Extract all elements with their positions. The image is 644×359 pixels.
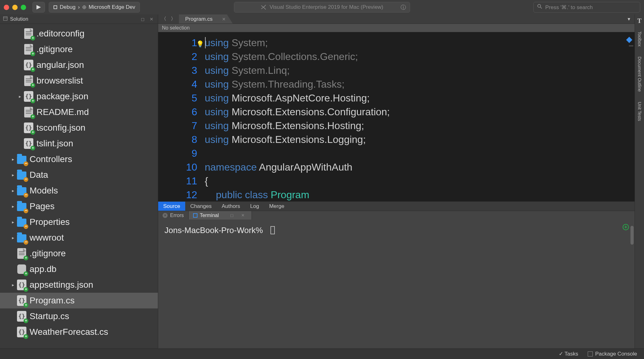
tree-item[interactable]: ▸{}appsettings.json <box>0 277 158 293</box>
config-debug-label: Debug <box>60 4 75 10</box>
terminal-label: Terminal <box>200 213 219 218</box>
sc-tab-source[interactable]: Source <box>158 202 185 211</box>
tree-item-label: browserslist <box>36 76 83 86</box>
config-target-label: Microsoft Edge Dev <box>89 4 135 10</box>
tree-item[interactable]: ▸{}WeatherForecast.cs <box>0 324 158 340</box>
expander-icon[interactable]: ▸ <box>11 157 15 162</box>
tree-item[interactable]: ▸{}angular.json <box>0 57 158 73</box>
vcs-changed-icon <box>24 209 28 213</box>
tree-item[interactable]: ▸Controllers <box>0 151 158 167</box>
sc-tab-authors[interactable]: Authors <box>217 202 245 211</box>
editor-tabstrip: 〈 〉 Program.cs ✕ ▾ <box>158 14 635 24</box>
pad-dock-icon[interactable]: ◻ <box>140 17 146 22</box>
minimize-window-icon[interactable] <box>12 5 18 10</box>
run-configuration-selector[interactable]: Debug › Microsoft Edge Dev <box>49 2 140 13</box>
vcs-added-icon <box>24 271 28 276</box>
tasks-status[interactable]: Tasks <box>559 351 578 357</box>
sc-tab-merge[interactable]: Merge <box>264 202 289 211</box>
tree-item[interactable]: ▸{}tsconfig.json <box>0 120 158 136</box>
tree-item-label: Properties <box>30 217 70 227</box>
solution-pad: Solution ◻ ✕ ▸.editorconfig▸.gitignore▸{… <box>0 14 158 348</box>
tree-item-label: .gitignore <box>36 44 73 54</box>
vcs-added-icon <box>31 83 35 88</box>
code-editor[interactable]: 💡 123456789101112 using System;using Sys… <box>158 32 635 201</box>
line-gutter: 💡 123456789101112 <box>158 32 205 201</box>
run-button[interactable] <box>32 2 45 13</box>
sc-tab-log[interactable]: Log <box>245 202 264 211</box>
tree-item[interactable]: ▸{}package.json <box>0 89 158 104</box>
tree-item[interactable]: ▸{}Program.cs <box>0 293 158 308</box>
zoom-window-icon[interactable] <box>21 5 26 10</box>
nav-back-icon[interactable]: 〈 <box>161 16 166 22</box>
window-controls <box>4 5 26 10</box>
text-cursor <box>205 37 206 48</box>
editor-tab-program[interactable]: Program.cs ✕ <box>179 14 233 24</box>
pad-close-icon[interactable]: ✕ <box>148 17 155 22</box>
info-icon[interactable]: ⓘ <box>401 4 406 11</box>
tree-item[interactable]: ▸.gitignore <box>0 246 158 261</box>
sc-tab-changes[interactable]: Changes <box>185 202 217 211</box>
expander-icon[interactable]: ▸ <box>11 235 15 240</box>
terminal-panel[interactable]: Jons-MacBook-Pro-Work% + <box>158 220 635 348</box>
svg-line-5 <box>540 7 542 8</box>
expander-icon[interactable]: ▸ <box>11 188 15 193</box>
app-title: Visual Studio Enterprise 2019 for Mac (P… <box>269 4 383 10</box>
expander-icon[interactable]: ▸ <box>11 282 15 287</box>
tree-item[interactable]: ▸Models <box>0 183 158 199</box>
tree-item[interactable]: ▸README.md <box>0 104 158 120</box>
right-tab-document-outline[interactable]: Document Outline <box>637 54 642 94</box>
tree-item[interactable]: ▸wwwroot <box>0 230 158 246</box>
expander-icon[interactable]: ▸ <box>11 204 15 209</box>
tree-item-label: Models <box>30 186 58 196</box>
search-placeholder: Press '⌘.' to search <box>545 4 593 11</box>
tree-item[interactable]: ▸Data <box>0 167 158 183</box>
terminal-tab[interactable]: Terminal ◻ ✕ <box>189 211 252 220</box>
play-icon <box>36 5 41 9</box>
editor-breadcrumb[interactable]: No selection <box>158 24 635 32</box>
right-tab-unit-tests[interactable]: Unit Tests <box>637 99 642 123</box>
tree-item[interactable]: ▸.gitignore <box>0 41 158 57</box>
svg-point-3 <box>84 7 85 8</box>
tree-item[interactable]: ▸{}tslint.json <box>0 136 158 151</box>
tree-item[interactable]: ▸Pages <box>0 199 158 214</box>
bottom-panel-tabs: Errors Terminal ◻ ✕ <box>158 211 635 220</box>
solution-tree[interactable]: ▸.editorconfig▸.gitignore▸{}angular.json… <box>0 24 158 348</box>
terminal-cursor <box>270 226 275 234</box>
expander-icon[interactable]: ▸ <box>18 94 22 99</box>
editor-tab-label: Program.cs <box>185 16 213 22</box>
terminal-scrollbar[interactable] <box>630 226 634 245</box>
vcs-added-icon <box>31 36 35 41</box>
tab-overflow-icon[interactable]: ▾ <box>623 14 635 24</box>
tree-item[interactable]: ▸{}Startup.cs <box>0 308 158 324</box>
errors-tab[interactable]: Errors <box>158 211 189 220</box>
global-search[interactable]: Press '⌘.' to search <box>533 2 640 13</box>
tree-item-label: .editorconfig <box>36 29 85 39</box>
pad-dock-icon[interactable]: ◻ <box>228 213 236 218</box>
tree-item[interactable]: ▸Properties <box>0 214 158 230</box>
new-terminal-icon[interactable]: + <box>623 224 629 230</box>
close-window-icon[interactable] <box>4 5 9 10</box>
expander-icon[interactable]: ▸ <box>11 172 15 177</box>
close-tab-icon[interactable]: ✕ <box>222 17 226 22</box>
tree-item[interactable]: ▸.editorconfig <box>0 26 158 41</box>
expander-icon[interactable]: ▸ <box>11 220 15 225</box>
package-console-status[interactable]: Package Console <box>588 351 637 357</box>
tree-item-label: package.json <box>36 91 88 101</box>
config-separator: › <box>78 4 80 10</box>
tree-item-label: Controllers <box>30 154 72 164</box>
overview-ruler[interactable] <box>628 32 635 201</box>
vcs-added-icon <box>24 318 28 323</box>
lightbulb-icon[interactable]: 💡 <box>196 37 204 51</box>
tree-item[interactable]: ▸browserslist <box>0 73 158 89</box>
vcs-added-icon <box>31 52 35 56</box>
nav-forward-icon[interactable]: 〉 <box>171 16 176 22</box>
tree-item-label: WeatherForecast.cs <box>30 327 108 337</box>
pad-close-icon[interactable]: ✕ <box>239 213 247 218</box>
right-tab-toolbox[interactable]: Toolbox <box>637 29 642 49</box>
svg-point-2 <box>83 6 86 9</box>
tree-item-label: app.db <box>30 264 57 274</box>
tree-item-label: appsettings.json <box>30 280 93 290</box>
tree-item[interactable]: ▸app.db <box>0 261 158 277</box>
tree-item-label: Program.cs <box>30 296 75 306</box>
target-icon <box>82 5 86 9</box>
